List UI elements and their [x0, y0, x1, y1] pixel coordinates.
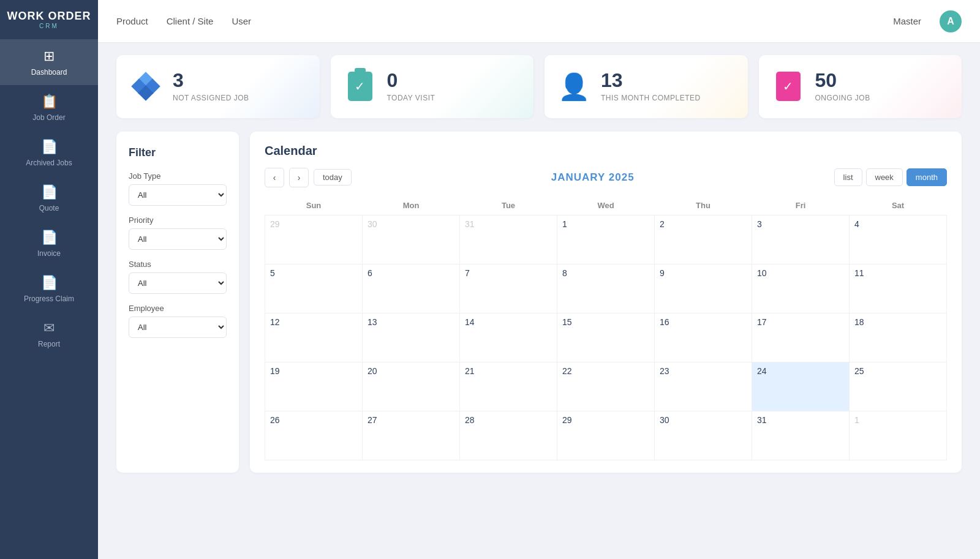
cal-cell-w2d5[interactable]: 17 [752, 313, 850, 362]
topnav-link-user[interactable]: User [232, 13, 251, 29]
cal-view-list[interactable]: list [834, 168, 862, 186]
cal-day-num: 10 [757, 268, 767, 278]
cal-cell-w4d3[interactable]: 29 [557, 411, 655, 460]
stat-number-today-visit: 0 [387, 70, 435, 91]
cal-header-thu: Thu [655, 196, 752, 216]
cal-view-month[interactable]: month [907, 168, 947, 186]
cal-cell-w0d1[interactable]: 30 [363, 215, 460, 264]
sidebar-item-report[interactable]: ✉Report [0, 312, 98, 357]
employee-select[interactable]: All [129, 317, 227, 338]
logo-text: WORK ORDER [6, 10, 92, 23]
nav-label-invoice: Invoice [37, 249, 61, 258]
cal-header-tue: Tue [460, 196, 557, 216]
cal-cell-w0d3[interactable]: 1 [557, 215, 655, 264]
topnav-link-product[interactable]: Product [116, 13, 148, 29]
stat-card-today-visit: ✓ 0 TODAY VISIT [331, 55, 534, 118]
cal-cell-w0d5[interactable]: 3 [752, 215, 850, 264]
nav-icon-quote: 📄 [41, 184, 58, 200]
cal-cell-w1d0[interactable]: 5 [265, 264, 363, 313]
cal-cell-w3d5[interactable]: 24 [752, 362, 850, 411]
cal-day-num: 20 [368, 366, 377, 376]
sidebar-item-job-order[interactable]: 📋Job Order [0, 85, 98, 130]
nav-label-progress-claim: Progress Claim [24, 295, 74, 303]
cal-cell-w2d4[interactable]: 16 [655, 313, 752, 362]
clipboard-check-icon: ✓ [344, 70, 376, 102]
cal-cell-w3d3[interactable]: 22 [557, 362, 655, 411]
sidebar: WORK ORDER CRM ⊞Dashboard📋Job Order📄Arch… [0, 0, 98, 559]
topnav: ProductClient / SiteUser Master A [98, 0, 980, 43]
cal-cell-w2d0[interactable]: 12 [265, 313, 363, 362]
avatar[interactable]: A [940, 10, 962, 32]
cal-cell-w1d6[interactable]: 11 [850, 264, 947, 313]
cal-day-num: 6 [368, 268, 372, 278]
cal-cell-w3d0[interactable]: 19 [265, 362, 363, 411]
stat-card-this-month-completed: 👤 13 THIS MONTH COMPLETED [545, 55, 748, 118]
cal-cell-w0d4[interactable]: 2 [655, 215, 752, 264]
cal-day-num: 3 [757, 219, 762, 229]
cal-prev-btn[interactable]: ‹ [265, 168, 284, 187]
priority-label: Priority [129, 216, 227, 225]
cal-cell-w1d3[interactable]: 8 [557, 264, 655, 313]
cal-cell-w4d2[interactable]: 28 [460, 411, 557, 460]
cal-day-num: 1 [854, 415, 859, 425]
cal-cell-w4d6[interactable]: 1 [850, 411, 947, 460]
cal-cell-w3d6[interactable]: 25 [850, 362, 947, 411]
cal-day-num: 7 [465, 268, 470, 278]
nav-icon-job-order: 📋 [41, 94, 58, 110]
nav-label-quote: Quote [39, 204, 59, 212]
sidebar-item-quote[interactable]: 📄Quote [0, 176, 98, 221]
cal-view-week[interactable]: week [866, 168, 903, 186]
cal-cell-w1d5[interactable]: 10 [752, 264, 850, 313]
cal-cell-w0d6[interactable]: 4 [850, 215, 947, 264]
status-select[interactable]: AllOpenIn ProgressClosed [129, 272, 227, 294]
sidebar-item-archived-jobs[interactable]: 📄Archived Jobs [0, 130, 98, 176]
cal-cell-w2d3[interactable]: 15 [557, 313, 655, 362]
cal-day-num: 1 [562, 219, 567, 229]
cal-cell-w4d0[interactable]: 26 [265, 411, 363, 460]
content: 3 NOT ASSIGNED JOB ✓ 0 TODAY VISIT 👤 13 … [98, 43, 980, 559]
cal-cell-w4d4[interactable]: 30 [655, 411, 752, 460]
priority-select[interactable]: AllHighMediumLow [129, 228, 227, 250]
cal-day-num: 29 [270, 219, 280, 229]
nav-label-report: Report [38, 340, 60, 348]
sidebar-item-progress-claim[interactable]: 📄Progress Claim [0, 266, 98, 312]
cal-today-btn[interactable]: today [314, 169, 352, 186]
sidebar-item-dashboard[interactable]: ⊞Dashboard [0, 40, 98, 85]
job-type-select[interactable]: AllType AType B [129, 184, 227, 206]
cal-cell-w2d6[interactable]: 18 [850, 313, 947, 362]
stat-info-today-visit: 0 TODAY VISIT [387, 70, 435, 103]
cal-cell-w3d2[interactable]: 21 [460, 362, 557, 411]
calendar-grid: SunMonTueWedThuFriSat 293031123456789101… [265, 196, 947, 460]
bottom-area: Filter Job Type AllType AType B Priority… [116, 132, 962, 473]
cal-header-sun: Sun [265, 196, 363, 216]
calendar-nav: ‹ › today JANUARY 2025 list week month [265, 168, 947, 187]
cal-day-num: 19 [270, 366, 280, 376]
cal-day-num: 21 [465, 366, 475, 376]
cal-cell-w2d1[interactable]: 13 [363, 313, 460, 362]
cal-cell-w2d2[interactable]: 14 [460, 313, 557, 362]
calendar-title: Calendar [265, 144, 947, 158]
cal-cell-w4d5[interactable]: 31 [752, 411, 850, 460]
topnav-link-client--site[interactable]: Client / Site [167, 13, 214, 29]
cal-cell-w3d4[interactable]: 23 [655, 362, 752, 411]
pink-clipboard-icon: ✓ [772, 70, 804, 102]
nav-icon-dashboard: ⊞ [43, 48, 55, 64]
cal-header-wed: Wed [557, 196, 655, 216]
person-icon: 👤 [558, 70, 590, 102]
cal-day-num: 15 [562, 317, 572, 327]
cal-cell-w1d4[interactable]: 9 [655, 264, 752, 313]
cal-cell-w3d1[interactable]: 20 [363, 362, 460, 411]
cal-cell-w0d2[interactable]: 31 [460, 215, 557, 264]
cal-cell-w0d0[interactable]: 29 [265, 215, 363, 264]
stat-info-not-assigned: 3 NOT ASSIGNED JOB [173, 70, 249, 103]
stat-label-not-assigned: NOT ASSIGNED JOB [173, 94, 249, 103]
nav-label-dashboard: Dashboard [31, 68, 67, 77]
cal-cell-w1d2[interactable]: 7 [460, 264, 557, 313]
filter-panel: Filter Job Type AllType AType B Priority… [116, 132, 239, 473]
cal-cell-w1d1[interactable]: 6 [363, 264, 460, 313]
cal-day-num: 24 [757, 366, 767, 376]
cal-cell-w4d1[interactable]: 27 [363, 411, 460, 460]
cal-next-btn[interactable]: › [289, 168, 309, 187]
sidebar-item-invoice[interactable]: 📄Invoice [0, 221, 98, 266]
stat-card-not-assigned: 3 NOT ASSIGNED JOB [116, 55, 320, 118]
